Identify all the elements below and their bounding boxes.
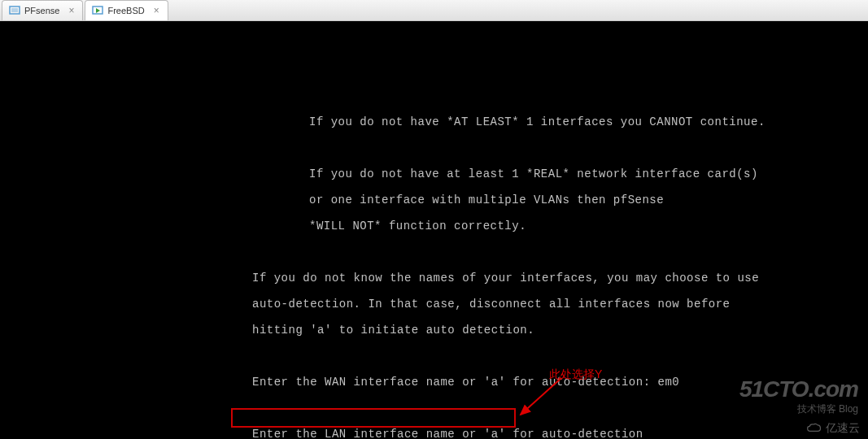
vm-icon	[9, 5, 20, 16]
tab-bar: PFsense × FreeBSD ×	[0, 0, 868, 21]
terminal-line: If you do not know the names of your int…	[0, 272, 868, 285]
terminal-line: auto-detection. In that case, disconnect…	[0, 298, 868, 311]
svg-marker-3	[96, 8, 100, 13]
terminal-console[interactable]: If you do not have *AT LEAST* 1 interfac…	[0, 21, 868, 439]
terminal-line	[0, 350, 868, 363]
tab-label: FreeBSD	[107, 6, 144, 15]
close-icon[interactable]: ×	[67, 5, 76, 16]
tab-pfsense[interactable]: PFsense ×	[2, 0, 83, 20]
terminal-line: If you do not have at least 1 *REAL* net…	[0, 167, 868, 180]
terminal-line: Enter the WAN interface name or 'a' for …	[0, 376, 868, 389]
svg-rect-1	[11, 8, 18, 12]
terminal-line: *WILL NOT* function correctly.	[0, 220, 868, 233]
terminal-line: If you do not have *AT LEAST* 1 interfac…	[0, 115, 868, 128]
vm-running-icon	[92, 5, 103, 16]
terminal-line	[0, 141, 868, 154]
terminal-line: or one interface with multiple VLANs the…	[0, 193, 868, 206]
tab-freebsd[interactable]: FreeBSD ×	[85, 0, 168, 20]
tab-label: PFsense	[24, 6, 59, 15]
terminal-line: hitting 'a' to initiate auto detection.	[0, 324, 868, 337]
close-icon[interactable]: ×	[152, 5, 161, 16]
terminal-line: Enter the LAN interface name or 'a' for …	[0, 428, 868, 439]
terminal-line	[0, 246, 868, 259]
terminal-line	[0, 402, 868, 415]
